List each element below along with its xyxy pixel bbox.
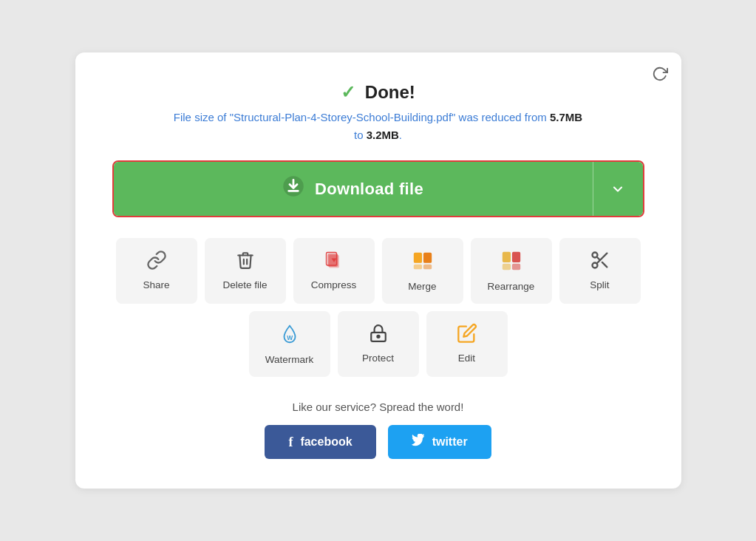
svg-rect-11 [502,264,510,270]
protect-label: Protect [362,353,394,364]
lock-icon [369,323,388,347]
edit-label: Edit [458,353,475,364]
merge-icon [412,250,434,275]
spread-section: Like our service? Spread the word! f fac… [112,401,644,459]
svg-rect-6 [423,253,431,263]
merge-button[interactable]: Merge [382,238,463,304]
watermark-icon: W [279,323,301,348]
actions-grid: Share Delete file [112,238,644,377]
main-card: ✓ Done! File size of "Structural-Plan-4-… [75,52,681,489]
rearrange-button[interactable]: Rearrange [471,238,552,304]
protect-button[interactable]: Protect [338,311,419,377]
trash-icon [236,250,255,273]
share-label: Share [143,279,169,290]
split-button[interactable]: Split [559,238,641,304]
compress-icon [324,250,344,273]
download-dropdown-button[interactable] [593,162,643,216]
done-subtitle: File size of "Structural-Plan-4-Storey-S… [112,109,644,144]
edit-icon [457,323,477,347]
download-section: Download file [112,160,644,217]
svg-rect-8 [423,265,431,270]
spread-title: Like our service? Spread the word! [112,401,644,413]
svg-line-16 [602,262,606,267]
share-button[interactable]: Share [116,238,197,304]
compress-label: Compress [311,279,357,290]
merge-label: Merge [408,281,436,292]
rearrange-label: Rearrange [488,281,535,292]
svg-rect-12 [511,264,520,270]
facebook-label: facebook [300,435,352,449]
svg-rect-9 [502,252,510,262]
facebook-icon: f [288,435,293,450]
social-buttons: f facebook twitter [112,425,644,459]
rearrange-icon [500,250,522,275]
done-title: ✓ Done! [112,82,644,103]
svg-rect-7 [413,265,421,270]
svg-rect-10 [511,252,520,262]
watermark-label: Watermark [265,354,314,365]
facebook-button[interactable]: f facebook [265,425,375,459]
delete-label: Delete file [222,279,267,290]
twitter-button[interactable]: twitter [388,425,491,459]
check-icon: ✓ [341,82,355,102]
twitter-icon [412,434,425,450]
done-section: ✓ Done! File size of "Structural-Plan-4-… [112,82,644,144]
split-label: Split [590,279,609,290]
download-main-button[interactable]: Download file [114,162,593,216]
link-icon [146,250,167,273]
watermark-button[interactable]: W Watermark [249,311,330,377]
svg-line-17 [596,256,600,260]
svg-rect-5 [413,253,421,263]
svg-text:W: W [287,334,293,341]
download-icon [282,175,304,203]
edit-button[interactable]: Edit [426,311,508,377]
download-label: Download file [315,180,423,199]
delete-button[interactable]: Delete file [205,238,286,304]
svg-point-20 [377,336,379,338]
twitter-label: twitter [432,435,468,449]
scissors-icon [590,250,610,273]
compress-button[interactable]: Compress [293,238,375,304]
refresh-button[interactable] [652,66,668,86]
